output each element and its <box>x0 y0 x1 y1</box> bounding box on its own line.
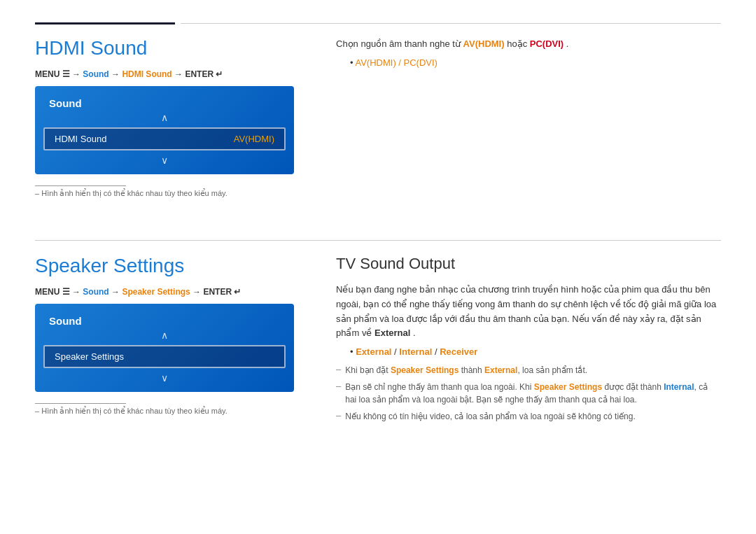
hdmi-sound-item: HDMI Sound AV(HDMI) <box>43 127 286 150</box>
speaker-settings-menu-path: MENU ☰ → Sound → Speaker Settings → ENTE… <box>35 287 294 297</box>
desc-text: Chọn nguồn âm thanh nghe từ <box>336 38 461 49</box>
sp-menu-prefix: MENU ☰ <box>35 287 70 297</box>
tv-note-3: – Nếu không có tín hiệu video, cả loa sả… <box>336 410 721 423</box>
bullet-text: AV(HDMI) / PC(DVI) <box>355 57 437 68</box>
menu-arrow3: → <box>174 69 185 79</box>
menu-box-header: Sound <box>35 93 294 111</box>
hdmi-sound-title: HDMI Sound <box>35 37 294 59</box>
caption-line <box>35 185 126 186</box>
sp-caption-text: Hình ảnh hiển thị có thể khác nhau tùy t… <box>41 407 227 415</box>
menu-up-arrow: ∧ <box>35 111 294 125</box>
speaker-tv-section: Speaker Settings MENU ☰ → Sound → Speake… <box>35 255 721 437</box>
menu-enter-icon: ↵ <box>216 69 223 79</box>
hdmi-sound-item-label: HDMI Sound <box>55 134 106 144</box>
tv-bullet-external: External <box>356 346 391 357</box>
tv-bullet-dot: • <box>350 346 356 357</box>
caption-text: Hình ảnh hiển thị có thể khác nhau tùy t… <box>41 189 227 197</box>
tv-sound-bullet: • External / Internal / Receiver <box>350 346 721 357</box>
sp-menu-enter-icon: ↵ <box>234 287 241 297</box>
desc-end: . <box>566 38 569 49</box>
note1-highlight1: Speaker Settings <box>391 365 458 375</box>
hdmi-sound-right: Chọn nguồn âm thanh nghe từ AV(HDMI) hoặ… <box>336 37 721 219</box>
note2-text: Bạn sẽ chỉ nghe thấy âm thanh qua loa ng… <box>345 381 721 406</box>
speaker-settings-title: Speaker Settings <box>35 255 294 277</box>
menu-arrow1: → <box>72 69 83 79</box>
menu-hdmi-sound: HDMI Sound <box>122 69 172 79</box>
tv-sound-title: TV Sound Output <box>336 255 721 273</box>
hdmi-sound-desc: Chọn nguồn âm thanh nghe từ AV(HDMI) hoặ… <box>336 37 721 52</box>
caption-dash: – <box>35 189 41 197</box>
sp-menu-box-header: Sound <box>35 311 294 328</box>
sp-menu-up-arrow: ∧ <box>35 328 294 342</box>
tv-sound-output-right: TV Sound Output Nếu bạn đang nghe bản nh… <box>336 255 721 437</box>
menu-prefix: MENU ☰ <box>35 69 70 79</box>
sp-menu-item: Speaker Settings <box>122 287 190 297</box>
speaker-settings-left: Speaker Settings MENU ☰ → Sound → Speake… <box>35 255 294 437</box>
note2-highlight1: Speaker Settings <box>534 382 602 392</box>
note3-text: Nếu không có tín hiệu video, cả loa sản … <box>345 410 636 423</box>
tv-bullet-receiver: Receiver <box>440 346 477 357</box>
sp-caption-dash: – <box>35 407 41 415</box>
sp-menu-arrow2: → <box>111 287 122 297</box>
note2-dash: – <box>336 381 341 391</box>
desc-middle: hoặc <box>507 38 530 49</box>
note3-dash: – <box>336 410 341 421</box>
tv-bullet-internal: Internal <box>399 346 432 357</box>
section-divider <box>35 240 721 241</box>
sp-menu-down-arrow: ∨ <box>35 371 294 385</box>
note1-text: Khi bạn đặt Speaker Settings thành Exter… <box>345 364 587 377</box>
tv-note-1: – Khi bạn đặt Speaker Settings thành Ext… <box>336 364 721 377</box>
hdmi-caption: – Hình ảnh hiển thị có thể khác nhau tùy… <box>35 189 294 198</box>
desc-highlight2: PC(DVI) <box>530 38 564 49</box>
sp-menu-arrow3: → <box>192 287 203 297</box>
hdmi-bullet: • AV(HDMI) / PC(DVI) <box>350 57 721 68</box>
menu-sound: Sound <box>83 69 108 79</box>
hdmi-sound-left: HDMI Sound MENU ☰ → Sound → HDMI Sound →… <box>35 37 294 219</box>
speaker-caption: – Hình ảnh hiển thị có thể khác nhau tùy… <box>35 407 294 416</box>
tv-desc-end: . <box>413 328 416 338</box>
top-divider <box>35 21 721 24</box>
desc-highlight1: AV(HDMI) <box>463 38 505 49</box>
divider-dark <box>35 22 175 24</box>
note1-highlight2: External <box>484 365 517 375</box>
hdmi-sound-item-value: AV(HDMI) <box>234 134 274 144</box>
hdmi-sound-menu-path: MENU ☰ → Sound → HDMI Sound → ENTER ↵ <box>35 69 294 79</box>
tv-sound-desc: Nếu bạn đang nghe bản nhạc của chương tr… <box>336 283 721 341</box>
divider-light <box>181 23 721 24</box>
sp-menu-sound: Sound <box>83 287 108 297</box>
note1-dash: – <box>336 364 341 374</box>
hdmi-sound-menu-box: Sound ∧ HDMI Sound AV(HDMI) ∨ <box>35 86 294 174</box>
sp-menu-enter: ENTER <box>203 287 232 297</box>
speaker-settings-item: Speaker Settings <box>43 345 286 368</box>
menu-enter: ENTER <box>185 69 214 79</box>
tv-note-2: – Bạn sẽ chỉ nghe thấy âm thanh qua loa … <box>336 381 721 406</box>
menu-down-arrow: ∨ <box>35 153 294 167</box>
menu-arrow2: → <box>111 69 122 79</box>
speaker-settings-label: Speaker Settings <box>55 351 124 362</box>
tv-desc-highlight: External <box>374 328 410 338</box>
sp-menu-arrow1: → <box>72 287 83 297</box>
sp-caption-line <box>35 403 126 404</box>
hdmi-sound-section: HDMI Sound MENU ☰ → Sound → HDMI Sound →… <box>35 37 721 219</box>
speaker-settings-menu-box: Sound ∧ Speaker Settings ∨ <box>35 304 294 392</box>
note2-highlight2: Internal <box>664 382 694 392</box>
